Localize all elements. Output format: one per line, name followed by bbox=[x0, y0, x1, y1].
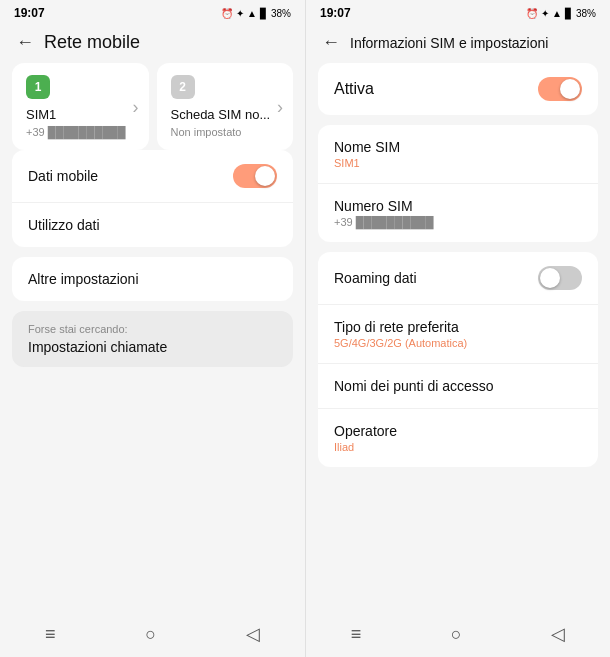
nav-bar-right: ≡ ○ ◁ bbox=[306, 613, 610, 657]
alarm-icon: ⏰ bbox=[221, 8, 233, 19]
nav-bar-left: ≡ ○ ◁ bbox=[0, 613, 305, 657]
sim1-badge: 1 bbox=[26, 75, 50, 99]
bluetooth-icon-right: ✦ bbox=[541, 8, 549, 19]
back-button-right[interactable]: ← bbox=[322, 32, 340, 53]
menu-icon-right[interactable]: ≡ bbox=[351, 624, 362, 645]
content-left: 1 SIM1 +39 ██████████ 2 Scheda SIM no...… bbox=[0, 63, 305, 613]
numero-sim-row[interactable]: Numero SIM +39 ██████████ bbox=[318, 184, 598, 242]
content-right: Attiva Nome SIM SIM1 Numero SIM +39 ████… bbox=[306, 63, 610, 613]
sim2-name: Scheda SIM no... bbox=[171, 107, 280, 122]
attiva-toggle-knob bbox=[560, 79, 580, 99]
altre-impostazioni-label: Altre impostazioni bbox=[28, 271, 139, 287]
numero-sim-value: +39 ██████████ bbox=[334, 216, 434, 228]
numero-sim-label: Numero SIM bbox=[334, 198, 434, 214]
nome-sim-row[interactable]: Nome SIM SIM1 bbox=[318, 125, 598, 184]
back-button-left[interactable]: ← bbox=[16, 32, 34, 53]
signal-icon-right: ▊ bbox=[565, 8, 573, 19]
bluetooth-icon: ✦ bbox=[236, 8, 244, 19]
operatore-label: Operatore bbox=[334, 423, 397, 439]
dati-mobile-row[interactable]: Dati mobile bbox=[12, 150, 293, 203]
numero-sim-group: Numero SIM +39 ██████████ bbox=[334, 198, 434, 228]
back-icon-right[interactable]: ◁ bbox=[551, 623, 565, 645]
dati-mobile-toggle[interactable] bbox=[233, 164, 277, 188]
status-time-left: 19:07 bbox=[14, 6, 45, 20]
status-icons-left: ⏰ ✦ ▲ ▊ 38% bbox=[221, 8, 291, 19]
page-title-left: Rete mobile bbox=[44, 32, 140, 53]
home-icon-left[interactable]: ○ bbox=[145, 624, 156, 645]
network-card: Roaming dati Tipo di rete preferita 5G/4… bbox=[318, 252, 598, 467]
status-bar-left: 19:07 ⏰ ✦ ▲ ▊ 38% bbox=[0, 0, 305, 24]
signal-icon: ▊ bbox=[260, 8, 268, 19]
nome-sim-group: Nome SIM SIM1 bbox=[334, 139, 400, 169]
status-icons-right: ⏰ ✦ ▲ ▊ 38% bbox=[526, 8, 596, 19]
tipo-rete-label: Tipo di rete preferita bbox=[334, 319, 467, 335]
suggestion-item[interactable]: Impostazioni chiamate bbox=[28, 339, 277, 355]
home-icon-right[interactable]: ○ bbox=[451, 624, 462, 645]
roaming-toggle[interactable] bbox=[538, 266, 582, 290]
sim1-card[interactable]: 1 SIM1 +39 ██████████ bbox=[12, 63, 149, 150]
battery-right: 38% bbox=[576, 8, 596, 19]
operatore-row[interactable]: Operatore Iliad bbox=[318, 409, 598, 467]
toggle-knob bbox=[255, 166, 275, 186]
roaming-label: Roaming dati bbox=[334, 270, 417, 286]
sim-cards-row: 1 SIM1 +39 ██████████ 2 Scheda SIM no...… bbox=[12, 63, 293, 150]
punti-accesso-row[interactable]: Nomi dei punti di accesso bbox=[318, 364, 598, 409]
sim2-badge: 2 bbox=[171, 75, 195, 99]
tipo-rete-value: 5G/4G/3G/2G (Automatica) bbox=[334, 337, 467, 349]
utilizzo-dati-row[interactable]: Utilizzo dati bbox=[12, 203, 293, 247]
altre-impostazioni-row[interactable]: Altre impostazioni bbox=[12, 257, 293, 301]
punti-accesso-label: Nomi dei punti di accesso bbox=[334, 378, 494, 394]
wifi-icon-right: ▲ bbox=[552, 8, 562, 19]
sim2-sub: Non impostato bbox=[171, 126, 280, 138]
suggestion-label: Forse stai cercando: bbox=[28, 323, 277, 335]
operatore-value: Iliad bbox=[334, 441, 397, 453]
tipo-rete-group: Tipo di rete preferita 5G/4G/3G/2G (Auto… bbox=[334, 319, 467, 349]
tipo-rete-row[interactable]: Tipo di rete preferita 5G/4G/3G/2G (Auto… bbox=[318, 305, 598, 364]
top-bar-left: ← Rete mobile bbox=[0, 24, 305, 63]
back-icon-left[interactable]: ◁ bbox=[246, 623, 260, 645]
altre-card: Altre impostazioni bbox=[12, 257, 293, 301]
left-screen: 19:07 ⏰ ✦ ▲ ▊ 38% ← Rete mobile 1 SIM1 +… bbox=[0, 0, 305, 657]
dati-mobile-label: Dati mobile bbox=[28, 168, 98, 184]
nome-sim-label: Nome SIM bbox=[334, 139, 400, 155]
attiva-toggle[interactable] bbox=[538, 77, 582, 101]
sim2-card[interactable]: 2 Scheda SIM no... Non impostato bbox=[157, 63, 294, 150]
sim1-number: +39 ██████████ bbox=[26, 126, 135, 138]
menu-icon-left[interactable]: ≡ bbox=[45, 624, 56, 645]
sim1-name: SIM1 bbox=[26, 107, 135, 122]
page-title-right: Informazioni SIM e impostazioni bbox=[350, 35, 548, 51]
wifi-icon: ▲ bbox=[247, 8, 257, 19]
operatore-group: Operatore Iliad bbox=[334, 423, 397, 453]
roaming-row[interactable]: Roaming dati bbox=[318, 252, 598, 305]
top-bar-right: ← Informazioni SIM e impostazioni bbox=[306, 24, 610, 63]
status-bar-right: 19:07 ⏰ ✦ ▲ ▊ 38% bbox=[306, 0, 610, 24]
utilizzo-dati-label: Utilizzo dati bbox=[28, 217, 100, 233]
alarm-icon-right: ⏰ bbox=[526, 8, 538, 19]
battery-left: 38% bbox=[271, 8, 291, 19]
sim-info-card: Nome SIM SIM1 Numero SIM +39 ██████████ bbox=[318, 125, 598, 242]
right-screen: 19:07 ⏰ ✦ ▲ ▊ 38% ← Informazioni SIM e i… bbox=[305, 0, 610, 657]
status-time-right: 19:07 bbox=[320, 6, 351, 20]
dati-card: Dati mobile Utilizzo dati bbox=[12, 150, 293, 247]
attiva-label: Attiva bbox=[334, 80, 374, 98]
suggestion-card: Forse stai cercando: Impostazioni chiama… bbox=[12, 311, 293, 367]
nome-sim-value: SIM1 bbox=[334, 157, 400, 169]
attiva-card: Attiva bbox=[318, 63, 598, 115]
roaming-knob bbox=[540, 268, 560, 288]
